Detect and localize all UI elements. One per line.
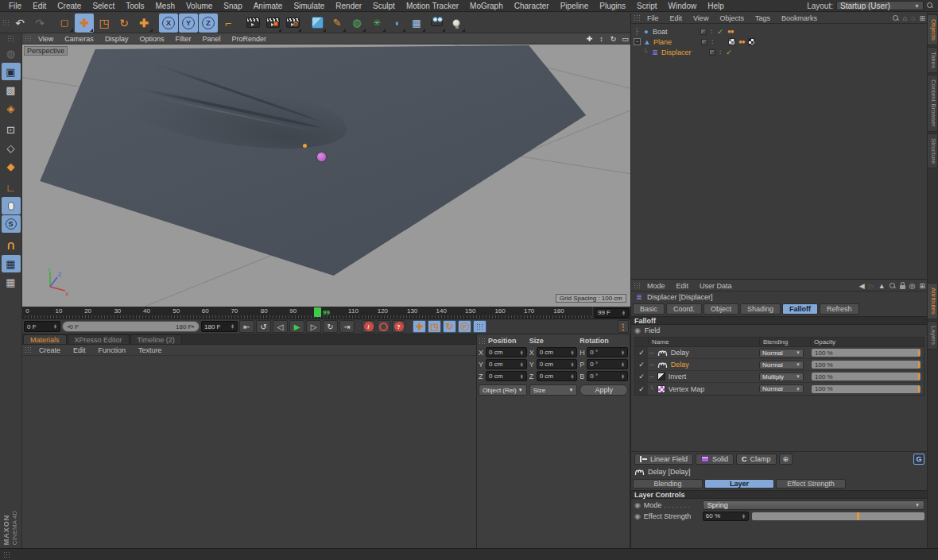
opacity-slider[interactable]: 100 % [812, 361, 921, 369]
field-row-delay-2[interactable]: ✓ ─ Delay Normal▼ 100 % [635, 359, 924, 371]
materials-menu-create[interactable]: Create [33, 346, 66, 354]
menu-character[interactable]: Character [509, 2, 555, 10]
start-frame-field[interactable]: 0 F ▲▼ [24, 321, 60, 332]
field-name[interactable]: Vertex Map [669, 385, 705, 393]
menu-volume[interactable]: Volume [180, 2, 218, 10]
clamp-button[interactable]: CClamp [736, 454, 777, 465]
dock-tab-layers[interactable]: Layers [928, 321, 938, 350]
status-bar-grip[interactable] [3, 551, 10, 558]
goto-end-button[interactable]: ⇥ [339, 320, 355, 333]
viewport[interactable]: View Cameras Display Options Filter Pane… [22, 33, 630, 307]
stepper-icon[interactable]: ▲▼ [622, 311, 626, 315]
key-parameter-toggle[interactable]: P [458, 320, 471, 333]
keyframe-selection-button[interactable]: ⋮ [618, 320, 629, 333]
vp-menu-cameras[interactable]: Cameras [60, 35, 99, 43]
materials-menu-edit[interactable]: Edit [68, 346, 91, 354]
history-back-icon[interactable]: ◀ [859, 282, 865, 290]
toolbar-grip[interactable] [2, 19, 10, 26]
object-name[interactable]: Displacer [661, 48, 707, 56]
opacity-slider[interactable]: 100 % [812, 373, 921, 380]
blending-dropdown[interactable]: Normal▼ [759, 361, 804, 369]
materials-menu-function[interactable]: Function [93, 346, 132, 354]
lock-z-axis-button[interactable]: Z [199, 14, 218, 33]
dock-tab-structure[interactable]: Structure [928, 133, 938, 168]
linear-field-button[interactable]: Linear Field [634, 454, 693, 465]
layer-swatch-icon[interactable] [709, 49, 715, 56]
menu-plugins[interactable]: Plugins [594, 2, 631, 10]
om-menu-bookmarks[interactable]: Bookmarks [777, 14, 822, 22]
redo-button[interactable]: ↷ [30, 14, 49, 33]
effect-strength-slider[interactable] [752, 512, 924, 520]
record-keyframe-button[interactable]: / [362, 320, 375, 333]
add-deformer-button[interactable]: ◖ [387, 14, 406, 33]
rotate-view-icon[interactable]: ↻ [608, 35, 618, 43]
texture-mode-button[interactable]: ▩ [2, 81, 21, 98]
menu-snap[interactable]: Snap [218, 2, 247, 10]
end-frame-field[interactable]: 180 F ▲▼ [201, 321, 238, 332]
menu-select[interactable]: Select [87, 2, 120, 10]
blending-dropdown[interactable]: Normal▼ [759, 349, 804, 357]
lock-workplane-button[interactable]: ▦ [2, 255, 21, 272]
field-row-vertex-map[interactable]: ✓ └ Vertex Map Normal▼ 100 % [635, 383, 924, 395]
object-manager-grip[interactable] [634, 14, 641, 21]
add-camera-button[interactable] [427, 14, 446, 33]
polygons-mode-button[interactable]: ◆ [2, 157, 21, 175]
tab-shading[interactable]: Shading [740, 303, 781, 315]
lock-icon[interactable] [900, 285, 905, 289]
stepper-icon[interactable]: ▲▼ [742, 514, 746, 519]
solid-button[interactable]: Solid [696, 454, 734, 465]
loop-button[interactable]: ↻ [323, 320, 338, 333]
autokey-button[interactable] [377, 320, 390, 333]
menu-pipeline[interactable]: Pipeline [555, 2, 595, 10]
radio-icon[interactable]: ◉ [634, 501, 641, 509]
position-y-field[interactable]: 0 cm▲▼ [486, 359, 527, 369]
workplane-mode-button[interactable]: ◈ [2, 99, 21, 117]
add-generator-button[interactable]: ◍ [347, 14, 366, 33]
opacity-slider[interactable]: 100 % [812, 349, 921, 357]
stepper-icon[interactable]: ▲▼ [621, 374, 625, 379]
add-environment-button[interactable]: ▦ [407, 14, 426, 33]
om-menu-edit[interactable]: Edit [665, 14, 688, 22]
stepper-icon[interactable]: ▲▼ [520, 374, 524, 379]
layout-dropdown[interactable]: Startup (User) ▼ [836, 1, 924, 10]
om-menu-tags[interactable]: Tags [750, 14, 775, 22]
tab-xpresso-editor[interactable]: XPresso Editor [68, 334, 130, 344]
vp-menu-filter[interactable]: Filter [170, 35, 196, 43]
tab-coord[interactable]: Coord. [666, 303, 702, 315]
key-scale-toggle[interactable]: ◳ [428, 320, 441, 333]
render-picture-viewer-button[interactable] [263, 14, 282, 33]
object-name[interactable]: Boat [653, 28, 699, 36]
field-enabled-checkbox[interactable]: ✓ [635, 347, 648, 358]
am-search-icon[interactable] [890, 283, 896, 289]
tab-timeline[interactable]: Timeline (2) [130, 334, 182, 344]
om-menu-view[interactable]: View [688, 14, 713, 22]
menu-mesh[interactable]: Mesh [150, 2, 180, 10]
rotate-tool-button[interactable]: ↻ [114, 14, 134, 33]
coordinate-system-button[interactable]: ⌐ [219, 14, 238, 33]
menu-file[interactable]: File [3, 2, 27, 10]
visibility-dots-icon[interactable]: ∶ [709, 38, 715, 46]
stepper-icon[interactable]: ▲▼ [53, 324, 57, 329]
add-spline-button[interactable]: ✎ [328, 14, 347, 33]
opacity-slider[interactable]: 100 % [812, 385, 921, 393]
lock-y-axis-button[interactable]: Y [179, 14, 198, 33]
field-filter-button[interactable]: G [913, 454, 924, 465]
history-forward-icon[interactable]: ▷ [869, 282, 874, 290]
field-enabled-checkbox[interactable]: ✓ [635, 359, 648, 370]
position-mode-dropdown[interactable]: Object (Rel)▼ [479, 384, 527, 396]
rotation-p-field[interactable]: 0 °▲▼ [587, 359, 628, 369]
menu-animate[interactable]: Animate [248, 2, 289, 10]
menu-window[interactable]: Window [663, 2, 703, 10]
scale-tool-button[interactable]: ◳ [95, 14, 114, 33]
key-pla-toggle[interactable] [473, 320, 486, 333]
visibility-dots-icon[interactable]: ∶ [717, 48, 723, 56]
play-backward-button[interactable]: ↺ [256, 320, 271, 333]
am-menu-userdata[interactable]: User Data [695, 282, 737, 290]
stepper-icon[interactable]: ▲▼ [520, 350, 524, 355]
playhead[interactable]: 99 [314, 307, 330, 317]
key-position-toggle[interactable]: ✚ [413, 320, 426, 333]
apply-button[interactable]: Apply [579, 384, 628, 396]
layer-swatch-icon[interactable] [701, 39, 707, 45]
size-x-field[interactable]: 0 cm▲▼ [537, 347, 578, 357]
live-selection-button[interactable]: ▢ [55, 14, 74, 33]
